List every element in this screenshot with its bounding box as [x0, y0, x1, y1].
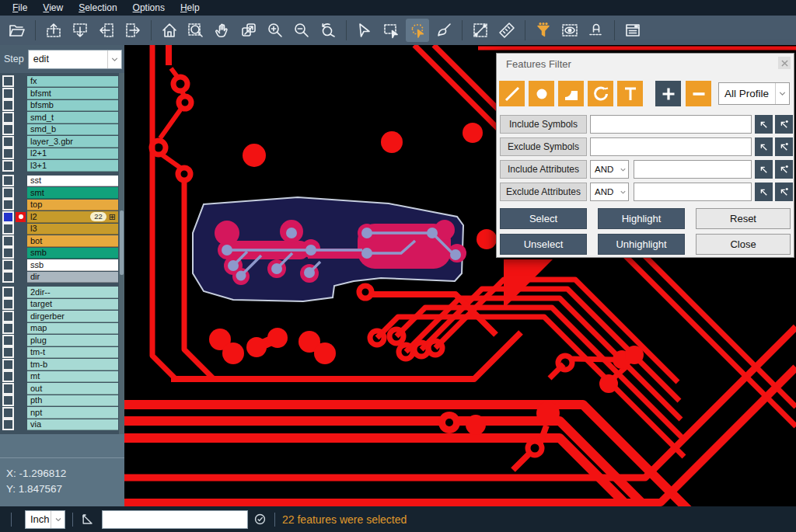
layer-checkbox[interactable]	[2, 311, 14, 322]
layer-name-bar[interactable]: tm-b	[27, 359, 118, 370]
layer-row-target[interactable]: target	[0, 298, 124, 311]
select-rectangle-button[interactable]	[379, 19, 403, 42]
layer-name-bar[interactable]: out	[27, 383, 118, 395]
zoom-window-button[interactable]	[184, 19, 208, 42]
show-hide-button[interactable]	[558, 19, 581, 42]
layer-indicator[interactable]	[16, 419, 26, 429]
layer-indicator[interactable]	[16, 395, 26, 405]
pick-symbol-button[interactable]	[755, 137, 773, 156]
layer-indicator[interactable]	[16, 124, 26, 134]
layer-checkbox[interactable]	[2, 123, 14, 135]
layer-name-bar[interactable]: layer_3.gbr	[27, 136, 118, 148]
layer-indicator[interactable]	[16, 287, 26, 297]
pick-add-symbol-button[interactable]	[775, 115, 793, 134]
select-polygon-button[interactable]	[406, 19, 429, 42]
layer-row-bfsmt[interactable]: bfsmt	[0, 88, 124, 100]
features-filter-button[interactable]	[532, 19, 555, 42]
layer-checkbox[interactable]	[2, 383, 14, 395]
layer-indicator[interactable]	[16, 176, 26, 186]
include-symbols-input[interactable]	[590, 115, 752, 134]
layer-indicator[interactable]	[16, 408, 26, 418]
layer-checkbox[interactable]	[2, 395, 14, 406]
layer-name-bar[interactable]: tm-t	[27, 347, 118, 359]
layer-name-bar[interactable]: l222⊞	[27, 211, 118, 223]
pick-symbol-button[interactable]	[755, 115, 773, 134]
step-select[interactable]: edit	[28, 50, 122, 69]
units-select[interactable]: Inch	[25, 510, 65, 529]
layer-name-bar[interactable]: dirgerber	[27, 311, 118, 322]
layer-checkbox[interactable]	[2, 407, 14, 419]
include-attributes-input[interactable]	[634, 160, 752, 179]
pad-feature-button[interactable]	[529, 81, 554, 106]
menu-item-options[interactable]: Options	[125, 1, 173, 16]
layer-checkbox[interactable]	[2, 223, 14, 235]
unhighlight-button[interactable]: Unhighlight	[598, 234, 685, 255]
zoom-in-button[interactable]	[264, 19, 287, 42]
shift-view-up-button[interactable]	[42, 19, 65, 42]
layer-row-ssb[interactable]: ssb	[0, 259, 124, 272]
layer-indicator[interactable]	[16, 200, 26, 210]
pick-add-attribute-button[interactable]	[775, 160, 793, 179]
active-layer-indicator[interactable]	[16, 212, 26, 222]
layer-name-bar[interactable]: map	[27, 323, 118, 335]
layer-name-bar[interactable]: npt	[27, 407, 118, 419]
layer-checkbox[interactable]	[2, 136, 14, 148]
layer-name-bar[interactable]: l3	[27, 224, 118, 235]
layer-name-bar[interactable]: bfsmt	[27, 88, 118, 99]
layer-row-dirgerber[interactable]: dirgerber	[0, 311, 124, 323]
layer-row-smd_b[interactable]: smd_b	[0, 123, 124, 136]
layer-checkbox[interactable]	[2, 359, 14, 370]
home-view-button[interactable]	[158, 19, 181, 42]
layer-indicator[interactable]	[16, 188, 26, 198]
layer-row-smb[interactable]: smb	[0, 247, 124, 259]
snap-button[interactable]	[585, 19, 608, 42]
layer-name-bar[interactable]: l3+1	[27, 160, 118, 172]
layer-name-bar[interactable]: target	[27, 299, 118, 311]
arc-feature-button[interactable]	[588, 81, 613, 106]
profile-select[interactable]: All Profile	[718, 82, 790, 105]
close-button[interactable]: Close	[696, 234, 791, 255]
open-file-button[interactable]	[5, 19, 29, 42]
measure-line-button[interactable]	[469, 19, 492, 42]
layer-name-bar[interactable]: top	[27, 200, 118, 211]
layer-name-bar[interactable]: sst	[27, 176, 118, 187]
dialog-close-button[interactable]	[778, 57, 791, 69]
layer-row-via[interactable]: via	[0, 419, 124, 431]
layer-indicator[interactable]	[16, 236, 26, 246]
layer-name-bar[interactable]: dir	[27, 272, 118, 283]
text-feature-button[interactable]	[617, 81, 643, 106]
layer-indicator[interactable]	[16, 76, 26, 86]
layer-checkbox[interactable]	[2, 370, 14, 382]
select-pointer-button[interactable]	[353, 19, 376, 42]
layer-checkbox[interactable]	[2, 335, 14, 346]
shift-view-left-button[interactable]	[95, 19, 118, 42]
layer-indicator[interactable]	[16, 272, 26, 282]
scrollbar-thumb[interactable]	[120, 210, 124, 276]
layer-name-bar[interactable]: smd_t	[27, 112, 118, 123]
surface-feature-button[interactable]	[558, 81, 584, 106]
grid-icon[interactable]: ⊞	[109, 212, 116, 221]
layer-row-l3+1[interactable]: l3+1	[0, 160, 124, 172]
pick-attribute-button[interactable]	[755, 160, 773, 179]
layer-row-layer_3.gbr[interactable]: layer_3.gbr	[0, 136, 124, 148]
dialog-title[interactable]: Features Filter	[506, 58, 571, 70]
command-input[interactable]	[102, 510, 248, 529]
layer-name-bar[interactable]: bfsmb	[27, 100, 118, 112]
layer-row-npt[interactable]: npt	[0, 407, 124, 419]
layer-row-bot[interactable]: bot	[0, 235, 124, 248]
select-button[interactable]: Select	[500, 208, 587, 229]
layer-row-dir[interactable]: dir	[0, 271, 124, 283]
layer-row-l3[interactable]: l3	[0, 223, 124, 235]
include-attributes-button[interactable]: Include Attributes	[500, 160, 587, 179]
layer-checkbox[interactable]	[2, 298, 14, 310]
layer-name-bar[interactable]: mt	[27, 371, 118, 383]
layer-row-top[interactable]: top	[0, 199, 124, 211]
exclude-attributes-button[interactable]: Exclude Attributes	[500, 183, 587, 201]
layer-name-bar[interactable]: l2+1	[27, 148, 118, 160]
layer-row-out[interactable]: out	[0, 383, 124, 395]
highlight-button[interactable]: Highlight	[598, 208, 685, 229]
layer-indicator[interactable]	[16, 360, 26, 370]
swap-view-button[interactable]	[237, 19, 260, 42]
layer-indicator[interactable]	[16, 347, 26, 357]
menu-item-selection[interactable]: Selection	[71, 1, 124, 16]
